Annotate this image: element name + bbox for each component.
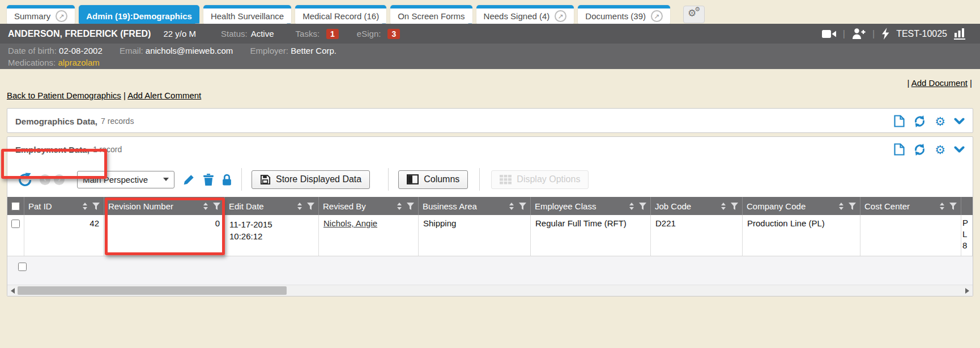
column-header-revised-by[interactable]: Revised By xyxy=(319,197,419,215)
scroll-right-arrow[interactable] xyxy=(965,288,969,294)
sort-icon[interactable] xyxy=(203,203,208,210)
perspective-select[interactable]: Main Perspective xyxy=(77,171,174,188)
column-header-cost-center[interactable]: Cost Center xyxy=(860,197,961,215)
tab-summary[interactable]: Summary ↗ xyxy=(7,5,75,24)
table-header-row: Pat ID Revision Number Edit Date Revised… xyxy=(7,197,973,215)
cell-pat-id: 42 xyxy=(24,215,104,256)
column-header-business-area[interactable]: Business Area xyxy=(419,197,531,215)
refresh-icon[interactable] xyxy=(913,115,926,128)
lightning-icon[interactable] xyxy=(881,28,889,40)
breadcrumb-links: Back to Patient Demographics | Add Alert… xyxy=(7,91,201,100)
new-document-icon[interactable] xyxy=(894,143,905,156)
column-header-pat-id[interactable]: Pat ID xyxy=(24,197,104,215)
cell-edit-date: 11-17-2015 10:26:12 xyxy=(225,215,319,256)
refresh-icon[interactable] xyxy=(913,143,926,156)
scrollbar-thumb[interactable] xyxy=(18,286,287,295)
tasks-label: Tasks: xyxy=(296,29,320,38)
add-document-link[interactable]: Add Document xyxy=(911,78,968,88)
bar-chart-icon[interactable] xyxy=(954,28,965,40)
delete-perspective-trash-icon[interactable] xyxy=(203,174,214,186)
patient-details-line1: Date of birth: 02-08-2002 Email: anichol… xyxy=(8,45,972,57)
divider: | xyxy=(872,29,875,39)
filter-funnel-icon[interactable] xyxy=(407,203,414,210)
row-checkbox[interactable] xyxy=(11,220,20,228)
column-header-revision-number[interactable]: Revision Number xyxy=(104,197,225,215)
revised-by-link[interactable]: Nichols, Angie xyxy=(323,218,377,228)
external-link-icon[interactable]: ↗ xyxy=(651,10,663,22)
toolbar-divider xyxy=(241,168,242,191)
employment-panel-title: Employment Data, xyxy=(15,145,90,154)
save-floppy-icon xyxy=(260,174,271,185)
next-perspective-button[interactable]: › xyxy=(54,174,65,185)
reset-perspective-icon[interactable] xyxy=(18,172,33,187)
patient-details-line2: Medications: alprazolam xyxy=(8,57,972,68)
sort-icon[interactable] xyxy=(83,203,87,210)
tab-documents[interactable]: Documents (39) ↗ xyxy=(578,5,670,24)
filter-funnel-icon[interactable] xyxy=(949,203,957,210)
filter-funnel-icon[interactable] xyxy=(92,203,100,210)
add-alert-comment-link[interactable]: Add Alert Comment xyxy=(127,91,201,100)
row-checkbox-cell xyxy=(7,215,24,256)
column-header-job-code[interactable]: Job Code xyxy=(651,197,743,215)
edit-perspective-pencil-icon[interactable] xyxy=(183,174,195,186)
tab-health-surveillance[interactable]: Health Surveillance xyxy=(203,5,291,24)
store-displayed-data-button[interactable]: Store Displayed Data xyxy=(252,170,370,189)
filter-funnel-icon[interactable] xyxy=(307,203,314,210)
demographics-panel-title: Demographics Data, xyxy=(15,117,97,126)
sort-icon[interactable] xyxy=(940,203,944,210)
sort-icon[interactable] xyxy=(721,203,726,210)
tab-needs-signed[interactable]: Needs Signed (4) ↗ xyxy=(476,5,574,24)
patient-header-bar: ANDERSON, FREDERICK (FRED) 22 y/o M Stat… xyxy=(0,24,980,44)
sort-icon[interactable] xyxy=(397,203,402,210)
sort-icon[interactable] xyxy=(297,203,302,210)
external-link-icon[interactable]: ↗ xyxy=(56,10,67,22)
sort-icon[interactable] xyxy=(629,203,634,210)
toolbar-divider xyxy=(479,168,480,191)
chevron-down-icon[interactable] xyxy=(954,118,965,125)
tab-medical-record[interactable]: Medical Record (16) xyxy=(295,5,386,24)
filter-funnel-icon[interactable] xyxy=(849,203,856,210)
scroll-left-arrow[interactable] xyxy=(11,288,15,294)
tab-admin-demographics[interactable]: Admin (19):Demographics xyxy=(79,5,199,24)
tasks-count-badge[interactable]: 1 xyxy=(326,29,339,39)
tab-medical-label: Medical Record (16) xyxy=(302,11,379,21)
tab-documents-label: Documents (39) xyxy=(585,11,646,21)
pipe: | xyxy=(907,78,909,88)
chevron-down-icon[interactable] xyxy=(954,146,965,153)
select-all-checkbox[interactable] xyxy=(11,202,20,210)
cell-cost-center xyxy=(860,215,961,256)
table-row[interactable]: 42 0 11-17-2015 10:26:12 Nichols, Angie … xyxy=(7,215,973,256)
filter-funnel-icon[interactable] xyxy=(731,203,738,210)
dob-value: 02-08-2002 xyxy=(59,46,103,55)
esign-label: eSign: xyxy=(357,29,381,38)
demographics-data-panel: Demographics Data, 7 records ⚙ xyxy=(7,108,973,133)
external-link-icon[interactable]: ↗ xyxy=(555,10,566,22)
video-camera-icon[interactable] xyxy=(822,29,836,38)
previous-perspective-button[interactable]: ‹ xyxy=(40,174,50,185)
tab-on-screen-forms[interactable]: On Screen Forms xyxy=(390,5,472,24)
footer-checkbox[interactable] xyxy=(18,263,27,271)
employment-panel-count: 1 record xyxy=(93,145,122,154)
sort-icon[interactable] xyxy=(509,203,514,210)
add-document-row: | Add Document | xyxy=(907,78,972,88)
horizontal-scrollbar[interactable] xyxy=(7,285,973,296)
column-header-employee-class[interactable]: Employee Class xyxy=(531,197,651,215)
settings-gears-button[interactable]: ⚙ ⚙ xyxy=(683,6,705,23)
medication-link[interactable]: alprazolam xyxy=(58,58,99,67)
sort-icon[interactable] xyxy=(839,203,843,210)
filter-funnel-icon[interactable] xyxy=(213,203,220,210)
display-options-button: Display Options xyxy=(491,170,589,189)
back-to-demographics-link[interactable]: Back to Patient Demographics xyxy=(7,91,121,100)
lock-perspective-icon[interactable] xyxy=(222,174,232,186)
column-header-edit-date[interactable]: Edit Date xyxy=(225,197,319,215)
add-person-icon[interactable] xyxy=(852,28,866,39)
gear-icon[interactable]: ⚙ xyxy=(935,144,945,156)
filter-funnel-icon[interactable] xyxy=(519,203,526,210)
new-document-icon[interactable] xyxy=(894,115,905,127)
gear-icon[interactable]: ⚙ xyxy=(935,115,945,127)
column-header-company-code[interactable]: Company Code xyxy=(743,197,860,215)
esign-count-badge[interactable]: 3 xyxy=(387,29,400,39)
columns-button[interactable]: Columns xyxy=(398,170,468,189)
filter-funnel-icon[interactable] xyxy=(639,203,646,210)
email-value: anichols@mieweb.com xyxy=(146,46,233,55)
